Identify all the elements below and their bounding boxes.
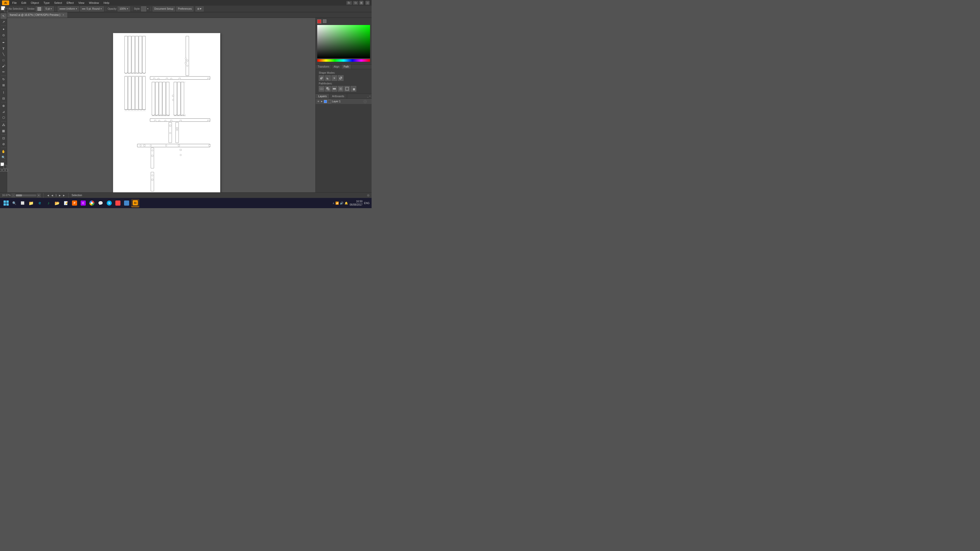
unite-btn[interactable] (319, 75, 325, 81)
menu-file[interactable]: File (11, 1, 18, 5)
minus-back-btn[interactable] (351, 86, 356, 92)
taskbar-notes-btn[interactable]: 📝 (62, 199, 70, 207)
layer-expand-icon[interactable]: ▶ (321, 100, 323, 103)
stroke-tool[interactable] (4, 165, 6, 168)
outline-btn[interactable] (344, 86, 350, 92)
foreground-color-swatch[interactable] (317, 19, 321, 24)
stock-btn[interactable]: St (353, 1, 358, 5)
color-gradient-picker[interactable] (317, 25, 370, 58)
taskbar-task-view-btn[interactable]: ⬜ (18, 199, 27, 207)
menu-help[interactable]: Help (102, 1, 111, 5)
taskbar-app4-btn[interactable] (123, 199, 130, 207)
hand-tool[interactable]: ✋ (0, 149, 6, 154)
document-setup-btn[interactable]: Document Setup (153, 6, 175, 11)
draw-inside-btn[interactable] (5, 169, 8, 171)
taskbar-whatsapp-btn[interactable]: 💬 (97, 199, 105, 207)
opacity-value-btn[interactable]: 100% ▼ (118, 6, 130, 11)
normal-mode-btn[interactable] (0, 169, 2, 171)
hue-slider[interactable] (317, 59, 370, 62)
slice-tool[interactable]: ⊘ (0, 141, 6, 147)
path-tab[interactable]: Path (342, 65, 351, 69)
menu-effect[interactable]: Effect (65, 1, 75, 5)
layer-target-circle[interactable]: ○ (364, 100, 367, 103)
exclude-btn[interactable] (338, 75, 344, 81)
shape-builder-tool[interactable]: ⊕ (0, 103, 6, 109)
arrange-btn[interactable]: ◇ (366, 1, 369, 5)
taskbar-clock[interactable]: 16:50 06/08/2017 (350, 200, 363, 206)
artboard-next-btn[interactable]: ▶ (58, 194, 62, 197)
taskbar-files-btn[interactable]: 📂 (53, 199, 61, 207)
layer-lock-icon[interactable] (368, 100, 371, 103)
column-graph-tool[interactable]: ▦ (0, 128, 6, 134)
stroke-style-btn[interactable]: Uniform ▼ (58, 6, 79, 11)
symbol-sprayer-tool[interactable]: ⁂ (0, 122, 6, 128)
artboard-prev-btn[interactable]: ◀ (46, 194, 50, 197)
merge-btn[interactable] (331, 86, 337, 92)
background-color-swatch[interactable] (323, 19, 326, 23)
selection-tool[interactable]: ↖ (0, 13, 6, 19)
stroke-weight-btn[interactable]: 5 pt ▼ (44, 6, 54, 11)
bridge-btn[interactable]: Br (346, 1, 352, 5)
menu-type[interactable]: Type (42, 1, 51, 5)
transform-tab[interactable]: Transform (316, 65, 331, 69)
menu-object[interactable]: Object (29, 1, 41, 5)
paintbrush-tool[interactable]: 🖌 (0, 63, 6, 69)
rotate-tool[interactable]: ↻ (0, 76, 6, 82)
artboards-tab[interactable]: Artboards (329, 94, 347, 98)
taskbar-spotify-btn[interactable]: ♪ (45, 199, 52, 207)
doc-tab-close[interactable]: × (62, 14, 65, 17)
free-transform-tool[interactable]: ⊟ (0, 96, 6, 101)
layer-item[interactable]: 👁 ▶ Layer 1 ○ (316, 99, 372, 104)
systray-notification-icon[interactable]: 🔔 (345, 202, 348, 205)
zoom-slider[interactable] (16, 194, 36, 197)
line-segment-tool[interactable]: ╲ (0, 52, 6, 57)
taskbar-app2-btn[interactable]: C (79, 199, 87, 207)
artboard-tool[interactable]: ⊡ (0, 135, 6, 141)
menu-view[interactable]: View (77, 1, 86, 5)
blend-tool[interactable]: ⬡ (0, 115, 6, 121)
doc-tab[interactable]: frame2.ai @ 16.67% ( CMYK/GPU Preview ) … (7, 12, 68, 17)
taskbar-app1-btn[interactable]: P (70, 199, 79, 207)
zoom-decrease-btn[interactable]: - (11, 194, 15, 197)
pen-tool[interactable]: ✒ (0, 40, 6, 45)
taskbar-search-btn[interactable]: 🔍 (11, 200, 18, 206)
layer-visibility-icon[interactable]: 👁 (317, 100, 320, 103)
systray-network-icon[interactable]: 📶 (335, 202, 339, 205)
stroke-color-btn[interactable] (36, 6, 43, 11)
divide-btn[interactable] (319, 86, 325, 92)
stroke-size-btn[interactable]: 5 pt. Round ▼ (80, 6, 104, 11)
systray-up-arrow[interactable]: ∧ (332, 202, 334, 205)
menu-edit[interactable]: Edit (20, 1, 28, 5)
fill-tool[interactable] (0, 162, 4, 166)
layers-panel-collapse[interactable]: _ (367, 95, 369, 97)
lasso-tool[interactable]: ⊙ (0, 32, 6, 38)
rectangle-tool[interactable]: □ (0, 57, 6, 63)
intersect-btn[interactable] (331, 75, 337, 81)
align-tab[interactable]: Align (331, 65, 342, 69)
artboard-last-btn[interactable]: ▶ (62, 194, 65, 197)
trim-btn[interactable] (325, 86, 331, 92)
style-preview[interactable] (141, 6, 146, 11)
menu-window[interactable]: Window (88, 1, 100, 5)
draw-behind-btn[interactable] (2, 169, 5, 171)
type-tool[interactable]: T (0, 46, 6, 51)
crop-btn[interactable] (338, 86, 344, 92)
systray-volume-icon[interactable]: 🔊 (340, 202, 344, 205)
warp-tool[interactable]: ⌇ (0, 90, 6, 95)
grid-view-btn[interactable]: ⊞ (360, 1, 363, 5)
direct-selection-tool[interactable]: ↗ (0, 19, 6, 25)
eyedropper-tool[interactable]: ⊿ (0, 109, 6, 114)
minus-front-btn[interactable] (325, 75, 331, 81)
canvas-area[interactable] (7, 18, 315, 203)
layers-tab[interactable]: Layers (316, 94, 329, 98)
taskbar-file-explorer-btn[interactable]: 📁 (27, 199, 35, 207)
taskbar-app3-btn[interactable] (114, 199, 122, 207)
magic-wand-tool[interactable]: ✦ (0, 27, 6, 32)
fill-stroke-tools[interactable] (0, 162, 6, 168)
scale-tool[interactable]: ⊞ (0, 83, 6, 88)
taskbar-illustrator-btn[interactable]: Ai (131, 199, 139, 207)
zoom-increase-btn[interactable]: + (37, 194, 41, 197)
fill-stroke-pair[interactable] (1, 6, 8, 12)
zoom-tool[interactable]: 🔍 (0, 155, 6, 160)
pencil-tool[interactable]: ✏ (0, 69, 6, 75)
